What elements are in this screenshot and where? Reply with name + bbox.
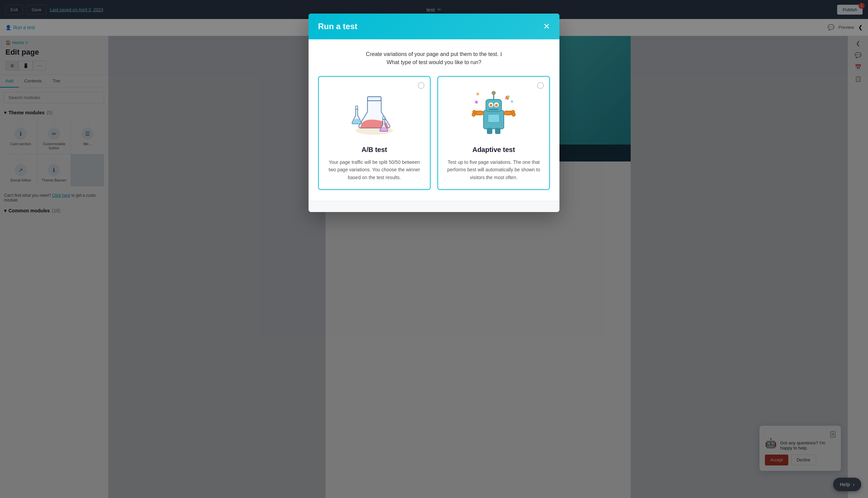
svg-point-25 [507, 95, 510, 98]
modal-subtitle: Create variations of your page and put t… [318, 50, 550, 66]
adaptive-test-name: Adaptive test [445, 146, 543, 154]
svg-rect-2 [356, 106, 358, 109]
svg-rect-13 [475, 111, 483, 115]
svg-marker-22 [476, 92, 479, 96]
modal-body: Create variations of your page and put t… [309, 39, 559, 201]
svg-point-16 [472, 113, 475, 116]
adaptive-test-illustration [467, 85, 521, 139]
ab-test-card[interactable]: A/B test Your page traffic will be split… [318, 76, 431, 190]
svg-rect-12 [489, 109, 498, 110]
svg-rect-19 [487, 128, 492, 134]
modal-footer [309, 201, 559, 212]
modal-title: Run a test [318, 22, 357, 31]
adaptive-test-description: Test up to five page variations. The one… [445, 158, 543, 181]
ab-test-name: A/B test [325, 146, 423, 154]
svg-rect-21 [488, 114, 499, 122]
svg-rect-14 [504, 111, 512, 115]
ab-test-illustration [347, 85, 401, 139]
svg-point-18 [512, 113, 516, 116]
ab-test-radio[interactable] [418, 82, 425, 89]
modal-header: Run a test ✕ [309, 14, 559, 39]
run-test-modal: Run a test ✕ Create variations of your p… [309, 14, 559, 212]
ab-test-description: Your page traffic will be split 50/50 be… [325, 158, 423, 181]
modal-overlay[interactable]: Run a test ✕ Create variations of your p… [0, 0, 868, 498]
svg-point-9 [495, 104, 498, 106]
test-options: A/B test Your page traffic will be split… [318, 76, 550, 190]
adaptive-test-radio[interactable] [537, 82, 544, 89]
svg-rect-20 [495, 128, 500, 134]
svg-marker-24 [510, 100, 514, 103]
adaptive-test-card[interactable]: Adaptive test Test up to five page varia… [437, 76, 550, 190]
svg-rect-3 [383, 116, 385, 119]
svg-point-11 [492, 91, 495, 95]
svg-point-8 [490, 104, 492, 106]
svg-rect-1 [368, 97, 381, 101]
modal-close-button[interactable]: ✕ [543, 22, 550, 30]
svg-rect-26 [475, 101, 478, 104]
info-icon[interactable]: ℹ [500, 51, 502, 57]
